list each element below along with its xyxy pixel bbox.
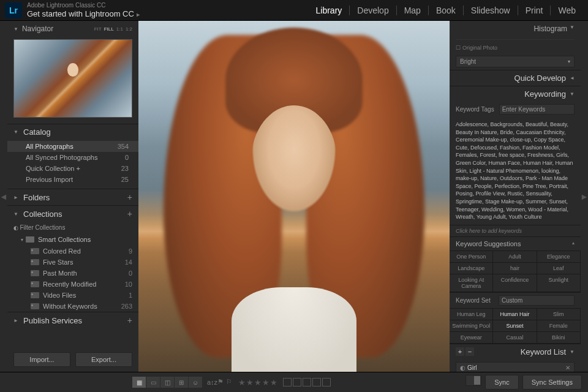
add-keywords-input[interactable]: Click here to add keywords bbox=[450, 225, 581, 236]
color-purple[interactable] bbox=[322, 378, 331, 386]
keywording-header[interactable]: Keywording bbox=[450, 86, 581, 102]
sync-button[interactable]: Sync bbox=[485, 375, 518, 390]
module-develop[interactable]: Develop bbox=[350, 6, 396, 15]
module-slideshow[interactable]: Slideshow bbox=[464, 6, 518, 15]
keyword-suggestion[interactable]: Adult bbox=[493, 251, 537, 263]
original-photo-checkbox[interactable]: Original Photo bbox=[450, 42, 581, 53]
keyword-suggestion[interactable]: Landscape bbox=[450, 263, 493, 274]
navigator-thumbnail[interactable] bbox=[13, 39, 132, 118]
flag-reject-icon[interactable]: ⚐ bbox=[226, 378, 235, 386]
keyword-set-item[interactable]: Slim bbox=[537, 309, 581, 320]
bottom-toolbar: ▦ ▭ ◫ ⊞ ☺ a↕z ⚑ ⚐ ★★★★★ Sync Sync Settin… bbox=[0, 372, 588, 392]
keyword-suggestion[interactable]: One Person bbox=[450, 251, 493, 263]
filter-collections[interactable]: Filter Collections bbox=[7, 222, 138, 233]
collection-item[interactable]: Without Keywords263 bbox=[7, 301, 138, 312]
minus-icon[interactable]: − bbox=[466, 347, 474, 356]
color-red[interactable] bbox=[283, 378, 292, 386]
color-green[interactable] bbox=[303, 378, 311, 386]
catalog-item[interactable]: All Photographs354 bbox=[7, 141, 138, 152]
quick-develop-header[interactable]: Quick Develop bbox=[450, 70, 581, 86]
histogram-chart[interactable] bbox=[456, 39, 575, 40]
gear-collection-icon bbox=[31, 292, 39, 298]
app-subtitle[interactable]: Get started with Lightroom CC bbox=[27, 9, 141, 18]
plus-icon[interactable]: + bbox=[127, 315, 132, 325]
nav-zoom-1:1[interactable]: 1:1 bbox=[116, 26, 123, 32]
keyword-set-grid: Human LegHuman HairSlimSwimming PoolSuns… bbox=[450, 308, 581, 344]
color-blue[interactable] bbox=[312, 378, 321, 386]
histogram-header[interactable]: Histogram bbox=[450, 21, 581, 37]
export-button[interactable]: Export... bbox=[75, 352, 132, 367]
keyword-suggestion[interactable]: hair bbox=[493, 263, 537, 274]
bright-selector[interactable]: Bright bbox=[456, 56, 575, 67]
keyword-set-item[interactable]: Swimming Pool bbox=[450, 320, 493, 332]
left-panel: ▼ Navigator FITFILL1:11:2 ▼ Catalog All … bbox=[7, 21, 138, 372]
nav-zoom-fill[interactable]: FILL bbox=[104, 26, 114, 32]
sync-settings-button[interactable]: Sync Settings bbox=[522, 375, 582, 390]
folders-header[interactable]: ► Folders + bbox=[7, 189, 138, 205]
publish-header[interactable]: ► Publish Services + bbox=[7, 312, 138, 328]
keyword-tags-mode-select[interactable]: Enter Keywords bbox=[499, 104, 575, 115]
publish-title: Publish Services bbox=[23, 316, 127, 325]
image-canvas[interactable] bbox=[138, 21, 450, 372]
navigator-zoom-options: FITFILL1:11:2 bbox=[92, 26, 132, 32]
module-book[interactable]: Book bbox=[429, 6, 464, 15]
collection-item[interactable]: Video Files1 bbox=[7, 290, 138, 301]
nav-zoom-1:2[interactable]: 1:2 bbox=[126, 26, 132, 32]
keyword-set-item[interactable]: Female bbox=[537, 320, 581, 332]
keyword-list-search[interactable]: Girl bbox=[456, 362, 575, 372]
collections-header[interactable]: ▼ Collections + bbox=[7, 205, 138, 222]
left-panel-buttons: Import... Export... bbox=[7, 347, 138, 372]
folder-icon bbox=[26, 236, 34, 243]
color-yellow[interactable] bbox=[293, 378, 301, 386]
right-edge-toggle[interactable]: ► bbox=[581, 21, 588, 372]
keyword-suggestion[interactable]: Looking At Camera bbox=[450, 274, 493, 292]
keyword-suggestion[interactable]: Elegance bbox=[537, 251, 581, 263]
keyword-suggestions-header[interactable]: Keyword Suggestions bbox=[450, 236, 581, 251]
photo-preview bbox=[138, 21, 450, 372]
gear-collection-icon bbox=[31, 270, 39, 276]
module-print[interactable]: Print bbox=[518, 6, 551, 15]
sort-controls[interactable]: a↕z bbox=[207, 379, 217, 386]
catalog-item[interactable]: All Synced Photographs0 bbox=[7, 152, 138, 163]
module-map[interactable]: Map bbox=[397, 6, 429, 15]
catalog-item[interactable]: Quick Collection +23 bbox=[7, 163, 138, 174]
keyword-set-select[interactable]: Custom bbox=[499, 295, 575, 306]
module-web[interactable]: Web bbox=[551, 6, 583, 15]
flag-pick-icon[interactable]: ⚑ bbox=[217, 378, 226, 386]
import-button[interactable]: Import... bbox=[13, 352, 70, 367]
collection-item[interactable]: Recently Modified10 bbox=[7, 279, 138, 290]
grid-view-icon[interactable]: ▦ bbox=[132, 377, 146, 388]
keyword-set-item[interactable]: Bikini bbox=[537, 332, 581, 344]
plus-icon[interactable]: + bbox=[127, 209, 132, 219]
keyword-set-item[interactable]: Human Leg bbox=[450, 309, 493, 320]
keyword-set-item[interactable]: Human Hair bbox=[493, 309, 537, 320]
compare-view-icon[interactable]: ◫ bbox=[160, 377, 174, 388]
loupe-view-icon[interactable]: ▭ bbox=[146, 377, 160, 388]
catalog-header[interactable]: ▼ Catalog bbox=[7, 124, 138, 140]
keyword-set-item[interactable]: Sunset bbox=[493, 320, 537, 332]
smart-collections-folder[interactable]: Smart Collections bbox=[7, 233, 138, 246]
survey-view-icon[interactable]: ⊞ bbox=[175, 377, 188, 388]
keyword-suggestions-title: Keyword Suggestions bbox=[456, 240, 572, 247]
keyword-suggestion[interactable]: Sunlight bbox=[537, 274, 581, 292]
module-library[interactable]: Library bbox=[309, 6, 350, 15]
plus-icon[interactable]: + bbox=[456, 347, 464, 356]
catalog-item[interactable]: Previous Import25 bbox=[7, 174, 138, 185]
keyword-suggestion[interactable]: Confidence bbox=[493, 274, 537, 292]
people-view-icon[interactable]: ☺ bbox=[189, 377, 202, 388]
sync-toggle[interactable] bbox=[466, 375, 481, 386]
navigator-header[interactable]: ▼ Navigator FITFILL1:11:2 bbox=[7, 21, 138, 37]
catalog-title: Catalog bbox=[23, 127, 132, 137]
keywords-text[interactable]: Adolescence, Backgrounds, Beautiful, Bea… bbox=[450, 117, 581, 225]
collection-item[interactable]: Past Month0 bbox=[7, 268, 138, 279]
left-edge-toggle[interactable]: ◄ bbox=[0, 21, 7, 372]
collection-item[interactable]: Five Stars14 bbox=[7, 257, 138, 268]
plus-icon[interactable]: + bbox=[127, 192, 132, 202]
nav-zoom-fit[interactable]: FIT bbox=[94, 26, 102, 32]
keyword-suggestion[interactable]: Leaf bbox=[537, 263, 581, 274]
keyword-set-item[interactable]: Eyewear bbox=[450, 332, 493, 344]
rating-stars[interactable]: ★★★★★ bbox=[238, 378, 278, 387]
collection-item[interactable]: Colored Red9 bbox=[7, 246, 138, 257]
keyword-list-header[interactable]: + − Keyword List bbox=[450, 344, 581, 360]
keyword-set-item[interactable]: Casual bbox=[493, 332, 537, 344]
